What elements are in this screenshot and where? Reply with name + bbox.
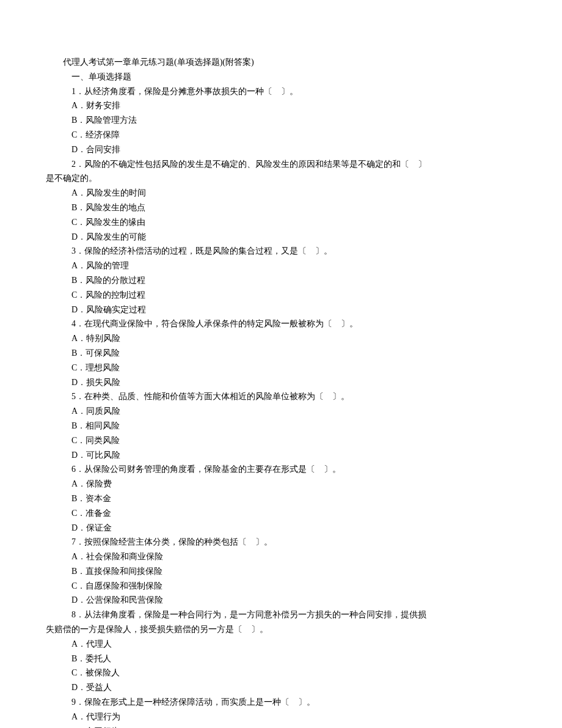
question-stem: 3．保险的经济补偿活动的过程，既是风险的集合过程，又是〔 〕。 — [46, 244, 516, 259]
question-option: B．合同行为 — [46, 724, 516, 728]
question-option: C．经济保障 — [46, 128, 516, 142]
question-option: C．被保险人 — [46, 666, 516, 680]
question-option: B．可保风险 — [46, 346, 516, 361]
question-option: A．同质风险 — [46, 404, 516, 419]
question-option: A．风险的管理 — [46, 259, 516, 273]
question-stem: 9．保险在形式上是一种经济保障活动，而实质上是一种〔 〕。 — [46, 695, 516, 710]
question-option: D．保证金 — [46, 521, 516, 535]
question-stem: 6．从保险公司财务管理的角度看，保险基金的主要存在形式是〔 〕。 — [46, 462, 516, 477]
question-option: A．代理行为 — [46, 710, 516, 724]
question-option: D．公营保险和民营保险 — [46, 593, 516, 608]
question-option: B．风险管理方法 — [46, 113, 516, 128]
question-option: C．准备金 — [46, 506, 516, 521]
question-option: A．特别风险 — [46, 331, 516, 346]
question-option: A．保险费 — [46, 477, 516, 491]
question-option: B．资本金 — [46, 491, 516, 506]
section-header: 一、单项选择题 — [46, 70, 516, 84]
question-stem-cont: 是不确定的。 — [46, 171, 516, 186]
question-option: C．理想风险 — [46, 361, 516, 375]
question-stem: 8．从法律角度看，保险是一种合同行为，是一方同意补偿另一方损失的一种合同安排，提… — [46, 608, 516, 622]
question-option: B．风险的分散过程 — [46, 273, 516, 288]
question-option: D．风险确实定过程 — [46, 303, 516, 317]
document-title: 代理人考试第一章单元练习题(单项选择题)(附答案) — [46, 55, 516, 70]
question-stem-cont: 失赔偿的一方是保险人，接受损失赔偿的另一方是〔 〕。 — [46, 622, 516, 637]
question-option: C．风险发生的缘由 — [46, 215, 516, 230]
question-option: D．可比风险 — [46, 448, 516, 463]
question-option: A．社会保险和商业保险 — [46, 550, 516, 564]
question-option: C．自愿保险和强制保险 — [46, 579, 516, 594]
question-option: D．受益人 — [46, 680, 516, 695]
question-option: D．合同安排 — [46, 142, 516, 157]
question-option: B．相同风险 — [46, 419, 516, 433]
question-option: B．直接保险和间接保险 — [46, 564, 516, 579]
question-option: A．代理人 — [46, 637, 516, 652]
question-option: B．委托人 — [46, 652, 516, 666]
question-option: A．财务安排 — [46, 98, 516, 113]
question-option: A．风险发生的时间 — [46, 186, 516, 200]
question-stem: 4．在现代商业保险中，符合保险人承保条件的特定风险一般被称为〔 〕。 — [46, 317, 516, 331]
question-stem: 1．从经济角度看，保险是分摊意外事故损失的一种〔 〕。 — [46, 84, 516, 99]
question-option: D．风险发生的可能 — [46, 230, 516, 245]
question-option: C．风险的控制过程 — [46, 288, 516, 303]
question-stem: 2．风险的不确定性包括风险的发生是不确定的、风险发生的原因和结果等是不确定的和〔… — [46, 157, 516, 172]
question-option: C．同类风险 — [46, 433, 516, 448]
question-option: D．损失风险 — [46, 375, 516, 390]
question-stem: 5．在种类、品质、性能和价值等方面大体相近的风险单位被称为〔 〕。 — [46, 389, 516, 404]
question-stem: 7．按照保险经营主体分类，保险的种类包括〔 〕。 — [46, 535, 516, 550]
question-option: B．风险发生的地点 — [46, 200, 516, 215]
